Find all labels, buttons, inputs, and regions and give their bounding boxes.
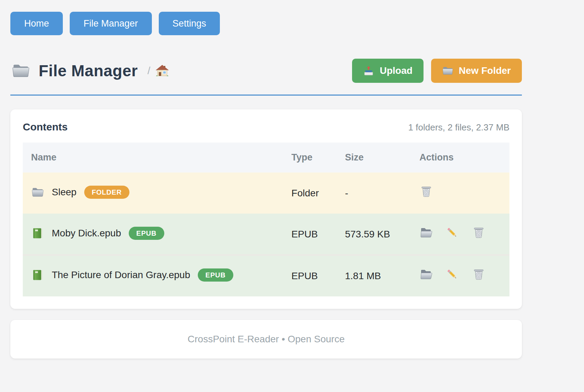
entry-size: - [337, 173, 411, 214]
open-folder-icon[interactable] [419, 226, 433, 240]
folder-icon [31, 186, 44, 198]
table-row: Sleep FOLDER Folder - [23, 173, 509, 214]
table-row: Moby Dick.epub EPUB EPUB 573.59 KB [23, 214, 509, 255]
entry-link[interactable]: The Picture of Dorian Gray.epub EPUB [31, 268, 233, 282]
upload-icon [363, 65, 374, 76]
book-icon [31, 269, 44, 281]
contents-card: Contents 1 folders, 2 files, 2.37 MB Nam… [10, 109, 522, 309]
folder-icon [442, 65, 453, 76]
entry-type: EPUB [283, 255, 337, 296]
entry-link[interactable]: Moby Dick.epub EPUB [31, 227, 164, 240]
entry-name: The Picture of Dorian Gray.epub [52, 270, 190, 281]
column-header-name: Name [23, 143, 283, 173]
nav-settings-button[interactable]: Settings [159, 12, 220, 35]
column-header-actions: Actions [411, 143, 509, 173]
title-group: File Manager / [10, 61, 169, 80]
entry-size: 1.81 MB [337, 255, 411, 296]
entry-actions [411, 173, 509, 214]
entry-size: 573.59 KB [337, 214, 411, 255]
trash-icon[interactable] [472, 226, 486, 240]
page-header: File Manager / Upload New Folder [10, 59, 522, 83]
column-header-size: Size [337, 143, 411, 173]
trash-icon[interactable] [472, 268, 486, 282]
contents-summary: 1 folders, 2 files, 2.37 MB [408, 122, 509, 133]
contents-title: Contents [23, 121, 68, 133]
contents-table: Name Type Size Actions Sleep FOLDER Fold… [23, 143, 509, 296]
table-header-row: Name Type Size Actions [23, 143, 509, 173]
house-icon[interactable] [155, 64, 169, 78]
entry-name: Sleep [52, 187, 77, 198]
entry-actions [411, 214, 509, 255]
entry-type: Folder [283, 173, 337, 214]
contents-table-body: Sleep FOLDER Folder - Moby Dick.epub EPU… [23, 173, 509, 296]
table-row: The Picture of Dorian Gray.epub EPUB EPU… [23, 255, 509, 296]
nav-home-button[interactable]: Home [10, 12, 63, 35]
entry-type: EPUB [283, 214, 337, 255]
footer-card: CrossPoint E-Reader • Open Source [10, 320, 522, 359]
breadcrumb-separator: / [147, 65, 150, 77]
new-folder-button[interactable]: New Folder [431, 59, 522, 83]
pencil-icon[interactable] [446, 226, 459, 240]
footer-text: CrossPoint E-Reader • Open Source [188, 334, 345, 345]
book-icon [31, 227, 44, 239]
title-divider [10, 95, 522, 96]
new-folder-button-label: New Folder [459, 65, 511, 76]
nav-file-manager-button[interactable]: File Manager [70, 12, 152, 35]
folder-icon [10, 62, 31, 80]
trash-icon[interactable] [419, 185, 433, 199]
open-folder-icon[interactable] [419, 268, 433, 282]
breadcrumb: / [147, 64, 169, 78]
page-title: File Manager [39, 61, 138, 80]
top-nav: Home File Manager Settings [10, 0, 522, 35]
column-header-type: Type [283, 143, 337, 173]
entry-actions [411, 255, 509, 296]
type-badge: EPUB [198, 268, 233, 282]
header-buttons: Upload New Folder [352, 59, 522, 83]
upload-button[interactable]: Upload [352, 59, 424, 83]
upload-button-label: Upload [380, 65, 412, 76]
type-badge: FOLDER [84, 186, 129, 199]
contents-card-header: Contents 1 folders, 2 files, 2.37 MB [23, 121, 509, 133]
page-container: Home File Manager Settings File Manager … [10, 0, 522, 359]
entry-name: Moby Dick.epub [52, 228, 121, 239]
entry-link[interactable]: Sleep FOLDER [31, 186, 129, 199]
pencil-icon[interactable] [446, 268, 459, 282]
type-badge: EPUB [129, 227, 164, 240]
